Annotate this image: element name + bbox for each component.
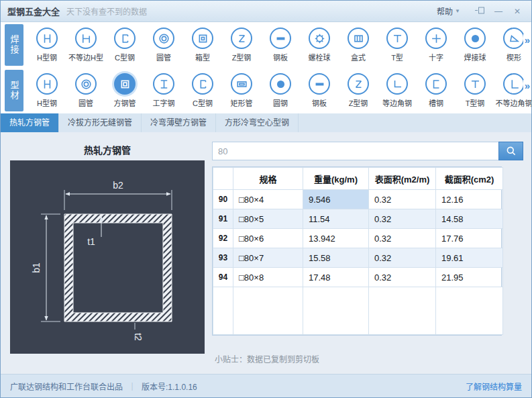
toolbar-item-label: Z型钢 — [349, 97, 368, 108]
section-cell[interactable]: 21.95 — [436, 268, 503, 287]
toolbar-item-label: 矩形管 — [231, 97, 253, 108]
toolbar-item-box-type[interactable]: 盒式 — [339, 28, 378, 62]
minimize-button[interactable]: — — [491, 5, 506, 18]
toolbar-item-h-beam[interactable]: H型钢 — [28, 73, 66, 108]
t-steel-icon — [386, 28, 408, 49]
col-header-weight: 重量(kg/m) — [303, 168, 369, 190]
surface-cell[interactable]: 0.32 — [369, 229, 436, 248]
spec-cell[interactable]: □80×5 — [233, 209, 303, 229]
table-filler-row — [213, 287, 503, 335]
toolbar-item-weld-ball[interactable]: 焊接球 — [456, 28, 494, 62]
row-number-cell: 93 — [213, 248, 233, 268]
table-row[interactable]: 90 □80×4 9.546 0.32 12.16 — [213, 190, 503, 209]
clipboard-tip: 小贴士：数据已复制到剪切板 — [212, 353, 523, 364]
toolbar-item-label: 方钢管 — [114, 97, 136, 108]
toolbar-item-pipe[interactable]: 圆管 — [144, 28, 183, 62]
subtab-cold-bent-thin-wall[interactable]: 冷弯薄壁方钢管 — [142, 113, 216, 132]
weight-cell-selected[interactable]: 9.546 — [303, 190, 369, 209]
row-number-cell: 90 — [213, 190, 233, 209]
toolbar-item-rect-tube[interactable]: 矩形管 — [222, 73, 261, 108]
toolbar-item-angle-equal[interactable]: 等边角钢 — [378, 73, 417, 108]
cross-icon — [425, 28, 447, 49]
surface-cell[interactable]: 0.32 — [369, 190, 436, 209]
search-icon — [506, 146, 517, 156]
titlebar: 型钢五金大全 天下没有查不到的数据 帮助 ▼ — ✕ — [1, 1, 531, 22]
table-row[interactable]: 93 □80×7 15.58 0.32 19.61 — [213, 248, 503, 268]
subtab-cold-drawn-seamless[interactable]: 冷拔方形无缝钢管 — [59, 113, 142, 132]
toolbar-item-round-steel[interactable]: 圆钢 — [261, 73, 300, 108]
toolbar-item-square-tube[interactable]: 方钢管 — [105, 73, 144, 108]
section-cell[interactable]: 12.16 — [436, 190, 503, 209]
toolbar-item-label: T型 — [391, 52, 403, 62]
category-tab-profiles[interactable]: 型材 — [5, 70, 23, 111]
toolbar-item-pipe[interactable]: 圆管 — [66, 73, 105, 108]
toolbar-item-label: C型钢 — [193, 97, 213, 108]
weight-cell[interactable]: 15.58 — [303, 248, 369, 268]
toolbar-item-box[interactable]: 箱型 — [183, 28, 222, 62]
dim-label-t1: t1 — [87, 236, 95, 247]
toolbar-item-c-steel[interactable]: C型钢 — [105, 28, 144, 62]
table-row[interactable]: 91 □80×5 11.54 0.32 14.58 — [213, 209, 503, 229]
toolbar-item-h-beam[interactable]: H型钢 — [28, 28, 66, 62]
section-cell[interactable]: 17.76 — [436, 229, 503, 248]
dim-label-t2: t2 — [133, 333, 144, 341]
z-steel-icon — [231, 28, 252, 49]
pin-window-button[interactable] — [472, 5, 487, 18]
footer-version: 版本号:1.1.0.16 — [142, 381, 197, 392]
table-row[interactable]: 94 □80×8 17.48 0.32 21.95 — [213, 268, 503, 287]
toolbar-item-z-steel[interactable]: Z型钢 — [339, 73, 378, 108]
section-cell[interactable]: 14.58 — [436, 209, 503, 229]
toolbar-item-t-steel[interactable]: T型 — [378, 28, 417, 62]
corner-cell — [213, 168, 233, 190]
toolbar-item-i-beam[interactable]: 工字钢 — [144, 73, 183, 108]
section-cell[interactable]: 19.61 — [436, 248, 503, 268]
surface-cell[interactable]: 0.32 — [369, 209, 436, 229]
scroll-right-icon[interactable]: » — [523, 80, 530, 91]
toolbar-item-bolt-ball[interactable]: 螺栓球 — [300, 28, 339, 62]
weight-cell[interactable]: 13.942 — [303, 229, 369, 248]
spec-cell[interactable]: □80×8 — [233, 268, 303, 287]
toolbar-item-label: 工字钢 — [153, 97, 175, 108]
toolbar-item-cross[interactable]: 十字 — [417, 28, 456, 62]
toolbar-item-t-steel[interactable]: T型钢 — [456, 73, 494, 108]
c-steel-icon — [114, 28, 136, 49]
pipe-icon — [75, 73, 97, 95]
table-row[interactable]: 92 □80×6 13.942 0.32 17.76 — [213, 229, 503, 248]
toolbar-item-z-steel[interactable]: Z型钢 — [222, 28, 261, 62]
search-button[interactable] — [498, 142, 523, 160]
category-tab-welding[interactable]: 焊接 — [5, 24, 23, 66]
weight-cell[interactable]: 11.54 — [303, 209, 369, 229]
scroll-right-icon[interactable]: » — [523, 34, 530, 46]
toolbar: 焊接 H型钢不等边H型C型钢圆管箱型Z型钢钢板螺栓球盒式T型十字焊接球楔形 » … — [1, 22, 531, 113]
search-input[interactable] — [212, 142, 498, 160]
spec-cell[interactable]: □80×6 — [233, 229, 303, 248]
toolbar-item-plate[interactable]: 钢板 — [300, 73, 339, 108]
toolbar-item-label: 螺栓球 — [309, 52, 331, 62]
spec-cell[interactable]: □80×7 — [233, 248, 303, 268]
i-beam-icon — [153, 73, 174, 95]
subtab-hot-rolled-square-tube[interactable]: 热轧方钢管 — [1, 113, 59, 132]
subtab-square-cold-bent-hollow[interactable]: 方形冷弯空心型钢 — [216, 113, 299, 132]
toolbar-items-profiles: H型钢圆管方钢管工字钢C型钢矩形管圆钢钢板Z型钢等边角钢槽钢T型钢不等边角钢 — [28, 68, 531, 113]
toolbar-item-h-beam-uneven[interactable]: 不等边H型 — [66, 28, 105, 62]
toolbar-item-label: 焊接球 — [464, 52, 486, 62]
toolbar-item-label: T型钢 — [466, 97, 485, 108]
learn-steel-link[interactable]: 了解钢结构算量 — [466, 381, 522, 392]
footer-divider: ｜ — [128, 381, 136, 392]
toolbar-item-label: 钢板 — [312, 97, 327, 108]
surface-cell[interactable]: 0.32 — [369, 268, 436, 287]
weight-cell[interactable]: 17.48 — [303, 268, 369, 287]
toolbar-item-plate[interactable]: 钢板 — [261, 28, 300, 62]
toolbar-item-label: 圆管 — [156, 52, 171, 62]
help-menu[interactable]: 帮助 ▼ — [437, 5, 460, 17]
close-button[interactable]: ✕ — [510, 5, 525, 18]
diagram-title: 热轧方钢管 — [10, 143, 205, 160]
toolbar-item-c-steel[interactable]: C型钢 — [183, 73, 222, 108]
toolbar-item-label: 箱型 — [195, 52, 210, 62]
spec-cell[interactable]: □80×4 — [233, 190, 303, 209]
surface-cell[interactable]: 0.32 — [369, 248, 436, 268]
c-steel-icon — [192, 73, 213, 95]
toolbar-item-channel[interactable]: 槽钢 — [417, 73, 456, 108]
toolbar-item-label: 楔形 — [507, 52, 521, 62]
footer: 广联达钢结构和工作台联合出品 ｜ 版本号:1.1.0.16 了解钢结构算量 — [1, 374, 531, 397]
